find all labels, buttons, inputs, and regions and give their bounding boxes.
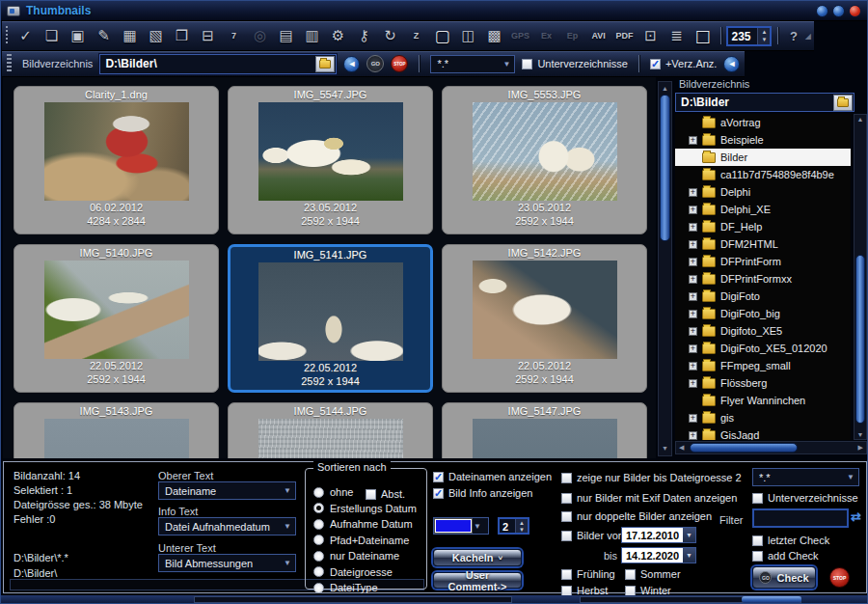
IMG_5553.JPG[interactable]: IMG_5553.JPG 23.05.2012 2592 x 1944 <box>442 86 647 234</box>
expand-icon[interactable]: + <box>689 344 697 353</box>
filmstrip-icon[interactable]: ▩ <box>482 24 506 48</box>
tree-folder-item[interactable]: + ca11b7d754889e8f4b9e <box>675 166 851 183</box>
blank-icon[interactable]: □ <box>691 24 715 48</box>
season-checkbox[interactable]: Frühling <box>561 568 625 580</box>
print-page-icon[interactable]: ▥ <box>300 24 324 48</box>
thumb-photo[interactable] <box>44 261 189 359</box>
stop-button[interactable]: STOP <box>391 55 408 72</box>
iptc-icon[interactable]: Ep <box>560 24 584 48</box>
tree-folder-item[interactable]: + Flyer Wanninchen <box>675 392 851 409</box>
tree-folder-item[interactable]: + DF_Help <box>675 218 851 235</box>
spinner-arrows[interactable]: ▲▼ <box>515 519 528 533</box>
slideshow-icon[interactable]: ▣ <box>66 24 90 48</box>
statusbar-scroll-thumb[interactable] <box>742 596 801 603</box>
toolbar-grip[interactable] <box>6 26 8 45</box>
thumbnail-scrollbar[interactable]: ▲ ▼ <box>658 81 672 456</box>
sort-radio-option[interactable]: nur Dateiname <box>313 550 426 562</box>
tree-horizontal-scrollbar[interactable]: ◀ ▶ <box>675 441 867 454</box>
verz-anz-checkbox[interactable]: +Verz.Anz. <box>650 58 718 69</box>
unterer-text-combo[interactable]: Bild Abmessungen▼ <box>158 554 296 572</box>
tree-vertical-scrollbar[interactable]: ▲ ▼ <box>854 114 867 440</box>
scroll-up-icon[interactable]: ▲ <box>854 116 866 123</box>
close-button[interactable] <box>849 5 861 17</box>
tree-folder-item[interactable]: + DigiFoto_big <box>675 305 851 322</box>
scroll-thumb[interactable] <box>855 255 865 424</box>
browse-folder-button[interactable] <box>833 95 853 111</box>
scan-icon[interactable]: ≣ <box>665 24 689 48</box>
add-check-checkbox[interactable]: add Check <box>752 550 819 562</box>
tree-folder-item[interactable]: + FFmpeg_small <box>675 357 851 374</box>
print-preview-icon[interactable]: ❏ <box>40 24 64 48</box>
thumb-photo[interactable] <box>258 102 403 201</box>
date-range-checkbox[interactable]: Bilder vom <box>561 530 627 541</box>
letzter-check-checkbox[interactable]: letzter Check <box>752 535 829 546</box>
thumb-photo[interactable] <box>258 262 403 361</box>
thumbnail-size-spinner[interactable]: 235 ▲▼ <box>726 26 772 46</box>
max-filesize-checkbox[interactable]: zeige nur Bilder bis Dateigroesse 2 <box>561 472 742 483</box>
expand-icon[interactable]: + <box>689 431 697 440</box>
expand-icon[interactable]: + <box>689 206 697 214</box>
kacheln-button[interactable]: Kacheln ˅ <box>433 549 522 566</box>
sort-radio-option[interactable]: DateiType <box>313 582 426 593</box>
scroll-thumb[interactable] <box>690 443 798 453</box>
IMG_5144.JPG[interactable]: IMG_5144.JPG <box>228 402 433 458</box>
minimize-button[interactable] <box>816 5 828 17</box>
browse-folder-button[interactable] <box>315 56 335 72</box>
tree-folder-item[interactable]: + Delphi_XE <box>675 201 851 218</box>
IMG_5147.JPG[interactable]: IMG_5147.JPG <box>442 402 647 458</box>
folder-path-combo[interactable]: D:\Bilder <box>675 93 854 112</box>
tree-folder-item[interactable]: + gis <box>675 409 851 426</box>
lock-icon[interactable]: ▢ <box>430 24 454 48</box>
tree-folder-item[interactable]: + aVortrag <box>675 114 851 131</box>
expand-icon[interactable]: + <box>689 379 697 388</box>
refresh-filter-icon[interactable]: ⇄ <box>851 509 861 524</box>
expand-icon[interactable]: + <box>689 362 697 371</box>
sort-radio-option[interactable]: Aufnahme Datum <box>313 518 426 530</box>
spinner-arrows[interactable]: ▲▼ <box>757 28 770 44</box>
scroll-right-icon[interactable]: ▶ <box>858 444 863 452</box>
scroll-thumb[interactable] <box>660 95 670 241</box>
IMG_5140.JPG[interactable]: IMG_5140.JPG 22.05.2012 2592 x 1944 <box>14 244 219 393</box>
date-from-combo[interactable]: 17.12.2010 ▼ <box>621 527 696 543</box>
tree-folder-item[interactable]: + DigiFoto_XE5_012020 <box>675 340 851 357</box>
tree-folder-item[interactable]: + DigiFoto <box>675 288 851 305</box>
color-picker-combo[interactable]: ▼ <box>433 517 489 535</box>
tree-folder-item[interactable]: + GisJagd <box>675 426 851 440</box>
help-icon[interactable]: ? <box>784 25 803 46</box>
expand-icon[interactable]: + <box>689 240 697 249</box>
avi-export-icon[interactable]: AVI <box>586 24 610 48</box>
erase-icon[interactable]: ⊟ <box>196 24 220 48</box>
tree-folder-item[interactable]: + Bilder <box>675 149 851 166</box>
info-text-combo[interactable]: Datei Aufnahmedatum▼ <box>158 517 296 535</box>
expand-icon[interactable]: + <box>689 275 697 284</box>
IMG_5547.JPG[interactable]: IMG_5547.JPG 23.05.2012 2592 x 1944 <box>228 86 433 234</box>
image-edit-icon[interactable]: ✎ <box>92 24 116 48</box>
sort-radio-option[interactable]: Erstellungs Datum <box>313 503 426 514</box>
gear-icon[interactable]: ⚙ <box>326 24 350 48</box>
key-icon[interactable]: ⚷ <box>352 24 376 48</box>
check-button[interactable]: GO Check <box>752 566 816 589</box>
oberer-text-combo[interactable]: Dateiname▼ <box>158 481 296 500</box>
show-filenames-checkbox[interactable]: Dateinamen anzeigen <box>433 471 552 482</box>
lens-icon[interactable]: ◎ <box>248 24 272 48</box>
scroll-down-icon[interactable]: ▼ <box>659 443 671 454</box>
thumb-photo[interactable] <box>44 102 189 201</box>
tree-folder-item[interactable]: + DFM2HTML <box>675 235 851 253</box>
user-comment-button[interactable]: User Comment-> <box>433 572 522 589</box>
check-subdirs-checkbox[interactable]: Unterverzeichnisse <box>752 492 858 504</box>
season-checkbox[interactable]: Sommer <box>625 568 689 580</box>
thumb-photo[interactable] <box>473 261 617 359</box>
pdf-export-icon[interactable]: PDF <box>612 24 637 48</box>
scroll-down-icon[interactable]: ▼ <box>854 431 866 438</box>
show-info-checkbox[interactable]: Bild Info anzeigen <box>433 487 532 499</box>
exif-icon[interactable]: Ex <box>534 24 558 48</box>
go-button[interactable]: GO <box>366 55 384 72</box>
check-filter-combo[interactable]: *.*▼ <box>752 468 859 486</box>
file-filter-combo[interactable]: *.*▼ <box>430 55 515 73</box>
thumb-photo[interactable] <box>258 419 403 458</box>
thumb-photo[interactable] <box>44 419 189 458</box>
subdirs-checkbox[interactable]: Unterverzeichnisse <box>522 58 628 69</box>
scroll-left-icon[interactable]: ◀ <box>679 444 684 452</box>
calendar-7-icon[interactable]: 7 <box>222 24 246 48</box>
folder-open-icon[interactable]: ❒ <box>170 24 194 48</box>
